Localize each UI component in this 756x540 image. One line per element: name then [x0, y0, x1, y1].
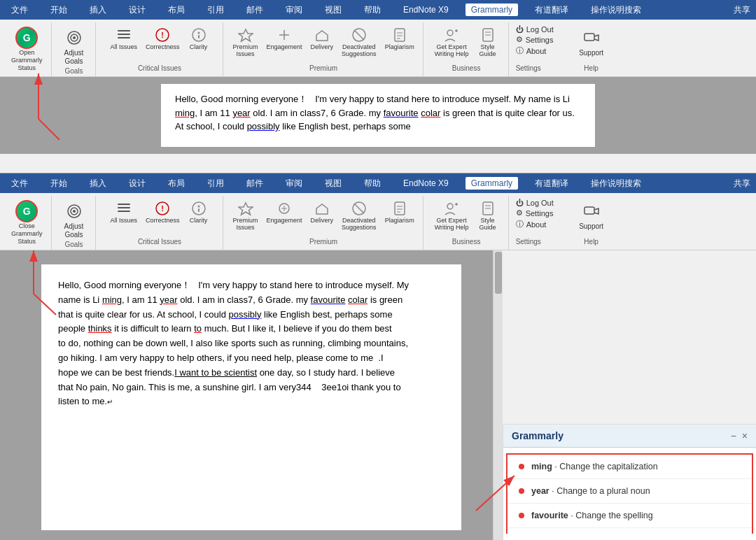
- tab-grammarly-top[interactable]: Grammarly: [465, 3, 518, 16]
- tab-start-top[interactable]: 开始: [45, 3, 73, 17]
- about-item-bottom[interactable]: ⓘ About: [516, 219, 561, 229]
- svg-point-34: [197, 206, 200, 208]
- tab-mail-top[interactable]: 邮件: [241, 3, 269, 17]
- grammarly-suggestion-year: Change to a plural noun: [556, 486, 650, 496]
- correctness-icon: !: [154, 27, 171, 43]
- get-expert-btn[interactable]: Get Expert Writing Help: [432, 25, 472, 59]
- doc-line-4: people thinks it is difficult to learn t…: [58, 322, 444, 336]
- adjust-goals-btn-bottom[interactable]: AdjustGoals: [59, 199, 90, 241]
- tab-ref-top[interactable]: 引用: [202, 3, 230, 17]
- correctness-label: Correctness: [146, 43, 180, 50]
- tab-design-top[interactable]: 设计: [123, 3, 151, 17]
- grammarly-item-ming[interactable]: ming · Change the capitalization: [507, 455, 752, 479]
- correctness-btn[interactable]: ! Correctness: [143, 25, 183, 52]
- tab-insert-top[interactable]: 插入: [84, 3, 112, 17]
- tab-grammarly-bottom[interactable]: Grammarly: [465, 177, 518, 190]
- open-grammarly-btn[interactable]: G Open Grammarly Status: [8, 25, 46, 73]
- grammarly-minimize-btn[interactable]: −: [731, 430, 736, 441]
- tab-review-bottom[interactable]: 审阅: [280, 176, 308, 191]
- tab-file-bottom[interactable]: 文件: [6, 176, 34, 191]
- support-btn-top[interactable]: Support: [576, 25, 607, 59]
- tab-help-bottom[interactable]: 帮助: [358, 176, 386, 191]
- tab-mail-bottom[interactable]: 邮件: [241, 176, 269, 191]
- tab-endnote-bottom[interactable]: EndNote X9: [398, 177, 454, 190]
- word-possibly: possibly: [229, 309, 262, 320]
- tab-youdao-top[interactable]: 有道翻译: [529, 3, 574, 17]
- tab-youdao-bottom[interactable]: 有道翻译: [529, 176, 574, 191]
- support-icon-top: [580, 27, 603, 49]
- style-guide-btn[interactable]: Style Guide: [475, 25, 501, 59]
- scroll-thumb[interactable]: [495, 252, 502, 294]
- critical-issues-group-bottom: All Issues ! Correctness Clarity Critica…: [97, 196, 223, 250]
- tab-view-bottom[interactable]: 视图: [319, 176, 347, 191]
- plagiarism-btn[interactable]: Plagiarism: [382, 25, 417, 59]
- word-year-top: year: [232, 108, 250, 118]
- grammarly-suggestion-favourite: Change the spelling: [575, 511, 653, 520]
- close-grammarly-btn[interactable]: G Close Grammarly Status: [8, 199, 46, 246]
- tab-endnote-top[interactable]: EndNote X9: [398, 3, 454, 16]
- tab-ref-bottom[interactable]: 引用: [202, 176, 230, 191]
- word-colar: colar: [348, 294, 368, 305]
- doc-paper-bottom[interactable]: Hello, Good morning everyone！ I'm very h…: [41, 264, 461, 530]
- tab-search-bottom[interactable]: 操作说明搜索: [585, 176, 647, 191]
- get-expert-btn-bottom[interactable]: Get Expert Writing Help: [432, 199, 472, 232]
- correctness-btn-bottom[interactable]: ! Correctness: [143, 199, 183, 225]
- svg-rect-14: [395, 29, 405, 41]
- delivery-label-bottom: Delivery: [311, 217, 334, 224]
- all-issues-btn-bottom[interactable]: All Issues: [107, 199, 140, 225]
- plagiarism-btn-bottom[interactable]: Plagiarism: [382, 199, 417, 232]
- deactivated-icon-bottom: [351, 200, 368, 217]
- style-guide-icon: [479, 27, 496, 43]
- grammarly-item-colar[interactable]: colar · Correct your spelling: [507, 528, 752, 534]
- tab-design-bottom[interactable]: 设计: [123, 176, 151, 191]
- premium-btn-bottom[interactable]: Premium Issues: [230, 199, 261, 232]
- about-label-top: About: [526, 47, 547, 55]
- engagement-btn[interactable]: Engagement: [264, 25, 305, 59]
- tab-search-top[interactable]: 操作说明搜索: [585, 3, 647, 17]
- doc-scrollbar[interactable]: [493, 250, 503, 540]
- tab-file-top[interactable]: 文件: [6, 3, 34, 17]
- deactivated-btn-bottom[interactable]: Deactivated Suggestions: [339, 199, 379, 232]
- about-label-bottom: About: [526, 220, 547, 229]
- premium-group-top: Premium Issues Engagement Delivery: [225, 22, 424, 76]
- support-btn-bottom[interactable]: Support: [576, 199, 607, 232]
- logout-item-bottom[interactable]: ⏻ Log Out: [516, 199, 561, 207]
- help-label-top: Help: [584, 64, 598, 73]
- tab-layout-top[interactable]: 布局: [162, 3, 190, 17]
- word-favourite: favourite: [311, 294, 346, 305]
- svg-rect-24: [584, 34, 594, 41]
- grammarly-item-favourite[interactable]: favourite · Change the spelling: [507, 504, 752, 528]
- goals-group-top: AdjustGoals Goals: [53, 22, 96, 76]
- about-item-top[interactable]: ⓘ About: [516, 45, 561, 56]
- clarity-btn[interactable]: Clarity: [186, 25, 212, 52]
- style-guide-btn-bottom[interactable]: Style Guide: [475, 199, 501, 232]
- tab-review-top[interactable]: 审阅: [280, 3, 308, 17]
- share-top[interactable]: 共享: [734, 4, 750, 16]
- engagement-btn-bottom[interactable]: Engagement: [264, 199, 305, 232]
- clarity-btn-bottom[interactable]: Clarity: [186, 199, 212, 225]
- settings-item-bottom[interactable]: ⚙ Settings: [516, 208, 561, 218]
- delivery-btn[interactable]: Delivery: [308, 25, 337, 59]
- clarity-icon: [190, 27, 207, 43]
- premium-btn[interactable]: Premium Issues: [230, 25, 261, 59]
- doc-text-top: Hello, Good morning everyone！ I'm very h…: [175, 94, 575, 132]
- grammarly-item-year[interactable]: year · Change to a plural noun: [507, 479, 752, 504]
- tab-help-top[interactable]: 帮助: [358, 3, 386, 17]
- all-issues-btn[interactable]: All Issues: [107, 25, 140, 52]
- grammarly-close-btn[interactable]: ×: [742, 430, 748, 441]
- logout-item-top[interactable]: ⏻ Log Out: [516, 25, 561, 34]
- premium-icon: [237, 27, 254, 43]
- logout-label-bottom: Log Out: [526, 199, 554, 207]
- doc-line-3: that is quite clear for us. At school, I…: [58, 308, 444, 322]
- clarity-label-top: Clarity: [190, 43, 208, 50]
- adjust-goals-btn[interactable]: AdjustGoals: [59, 25, 90, 67]
- tab-insert-bottom[interactable]: 插入: [84, 176, 112, 191]
- delivery-btn-bottom[interactable]: Delivery: [308, 199, 337, 232]
- deactivated-btn[interactable]: Deactivated Suggestions: [339, 25, 379, 59]
- share-bottom[interactable]: 共享: [734, 178, 750, 190]
- tab-view-top[interactable]: 视图: [319, 3, 347, 17]
- svg-rect-5: [118, 37, 130, 38]
- tab-layout-bottom[interactable]: 布局: [162, 176, 190, 191]
- tab-start-bottom[interactable]: 开始: [45, 176, 73, 191]
- settings-item-top[interactable]: ⚙ Settings: [516, 35, 561, 44]
